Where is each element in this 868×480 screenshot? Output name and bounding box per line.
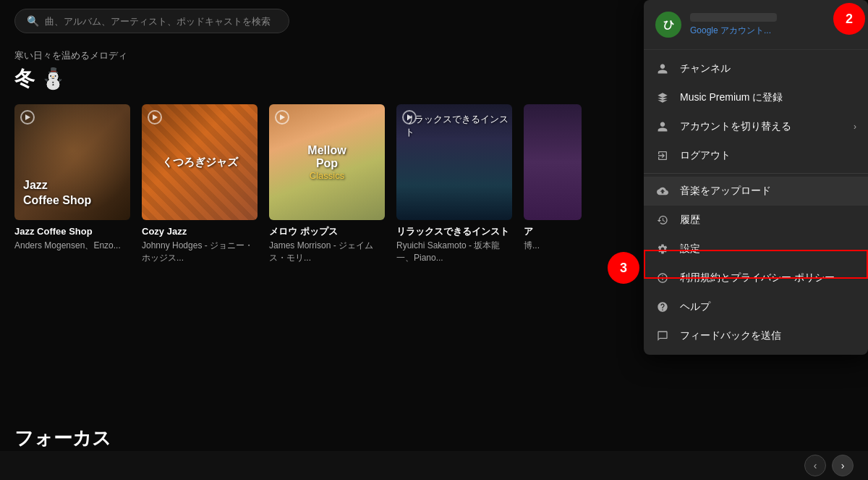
search-bar[interactable]: 🔍 — [14, 9, 289, 33]
dropdown-user-info: Google アカウント... — [690, 13, 856, 37]
card-title-cozy: Cozy Jazz — [142, 226, 258, 238]
next-button[interactable]: › — [832, 455, 854, 476]
search-input[interactable] — [45, 16, 277, 27]
person-icon — [655, 62, 670, 76]
mellow-title-line2: Classics — [298, 170, 356, 181]
card-relax[interactable]: リラックスできるインスト リラックスできるインスト Ryuichi Sakamo… — [396, 104, 512, 264]
card-jazz-coffee-shop[interactable]: JazzCoffee Shop Jazz Coffee Shop Anders … — [14, 104, 130, 264]
dropdown-divider-1 — [644, 173, 868, 174]
upload-label: 音楽をアップロード — [680, 185, 856, 198]
dropdown-user-avatar: ひ — [655, 12, 681, 38]
card-cozy-jazz[interactable]: くつろぎジャズ Cozy Jazz Johnny Hodges - ジョニー・ホ… — [142, 104, 258, 264]
logout-icon — [655, 148, 670, 163]
bottom-nav: ‹ › — [0, 451, 868, 480]
history-icon — [655, 213, 670, 227]
play-button-cozy[interactable] — [148, 110, 162, 125]
terms-icon — [655, 271, 670, 285]
dropdown-username-bar — [690, 13, 777, 22]
dropdown-item-help[interactable]: ヘルプ — [644, 292, 868, 321]
feedback-icon — [655, 329, 670, 343]
channel-label: チャンネル — [680, 62, 856, 75]
settings-label: 設定 — [680, 243, 856, 256]
switch-account-label: アカウントを切り替える — [680, 120, 843, 133]
card-thumb-relax: リラックスできるインスト — [396, 104, 512, 220]
dropdown-item-channel[interactable]: チャンネル — [644, 54, 868, 83]
terms-label: 利用規約とプライバシー ポリシー — [680, 271, 856, 285]
user-dropdown-menu: ひ Google アカウント... チャンネル Music Premium に登… — [644, 0, 868, 355]
dropdown-item-premium[interactable]: Music Premium に登録 — [644, 83, 868, 112]
prev-button[interactable]: ‹ — [804, 455, 826, 476]
play-button-mellow[interactable] — [275, 110, 289, 125]
card-title-partial: ア — [524, 226, 582, 238]
card-mellow-pop[interactable]: Mellow Pop Classics メロウ ポップス James Morri… — [269, 104, 385, 264]
relax-thumb-label: リラックスできるインスト — [405, 113, 512, 139]
dropdown-item-logout[interactable]: ログアウト — [644, 141, 868, 170]
card-subtitle-relax: Ryuichi Sakamoto - 坂本龍一、Piano... — [396, 240, 512, 264]
card-thumb-jazz: JazzCoffee Shop — [14, 104, 130, 220]
mellow-thumb-title: Mellow Pop Classics — [298, 144, 356, 181]
premium-label: Music Premium に登録 — [680, 91, 856, 104]
card-subtitle-partial: 博... — [524, 240, 582, 252]
dropdown-google-link[interactable]: Google アカウント... — [690, 25, 856, 37]
card-partial[interactable]: ア 博... — [524, 104, 582, 264]
play-button-jazz[interactable] — [20, 110, 35, 125]
logout-label: ログアウト — [680, 149, 856, 162]
focus-section: フォーカス — [0, 411, 126, 451]
help-label: ヘルプ — [680, 300, 856, 313]
dropdown-item-upload[interactable]: 音楽をアップロード — [644, 177, 868, 206]
settings-icon — [655, 242, 670, 256]
dropdown-item-history[interactable]: 履歴 — [644, 206, 868, 235]
dropdown-item-switch-account[interactable]: アカウントを切り替える › — [644, 112, 868, 141]
music-premium-icon — [655, 90, 670, 105]
play-button-relax[interactable] — [402, 110, 417, 125]
card-title-relax: リラックスできるインスト — [396, 226, 512, 238]
card-subtitle-cozy: Johnny Hodges - ジョニー・ホッジス... — [142, 240, 258, 264]
jazz-thumb-label: JazzCoffee Shop — [23, 178, 91, 209]
card-title-jazz: Jazz Coffee Shop — [14, 226, 130, 238]
card-subtitle-mellow: James Morrison - ジェイムス・モリ... — [269, 240, 385, 264]
dropdown-item-feedback[interactable]: フィードバックを送信 — [644, 321, 868, 350]
card-thumb-partial — [524, 104, 582, 220]
card-subtitle-jazz: Anders Mogensen、Enzo... — [14, 240, 130, 252]
upload-icon — [655, 184, 670, 198]
card-thumb-mellow: Mellow Pop Classics — [269, 104, 385, 220]
dropdown-header: ひ Google アカウント... — [644, 0, 868, 50]
dropdown-menu-list: チャンネル Music Premium に登録 アカウントを切り替える › ログ… — [644, 50, 868, 355]
person-switch-icon — [655, 119, 670, 134]
card-thumb-cozy: くつろぎジャズ — [142, 104, 258, 220]
cozy-thumb-label: くつろぎジャズ — [162, 156, 238, 169]
mellow-title-line1: Mellow Pop — [298, 144, 356, 170]
chevron-right-icon: › — [854, 122, 856, 132]
dropdown-item-terms[interactable]: 利用規約とプライバシー ポリシー — [644, 264, 868, 292]
dropdown-item-settings[interactable]: 設定 — [644, 235, 868, 264]
feedback-label: フィードバックを送信 — [680, 329, 856, 342]
search-icon: 🔍 — [27, 15, 39, 27]
card-title-mellow: メロウ ポップス — [269, 226, 385, 238]
help-icon — [655, 300, 670, 314]
history-label: 履歴 — [680, 214, 856, 227]
focus-title: フォーカス — [14, 426, 111, 451]
